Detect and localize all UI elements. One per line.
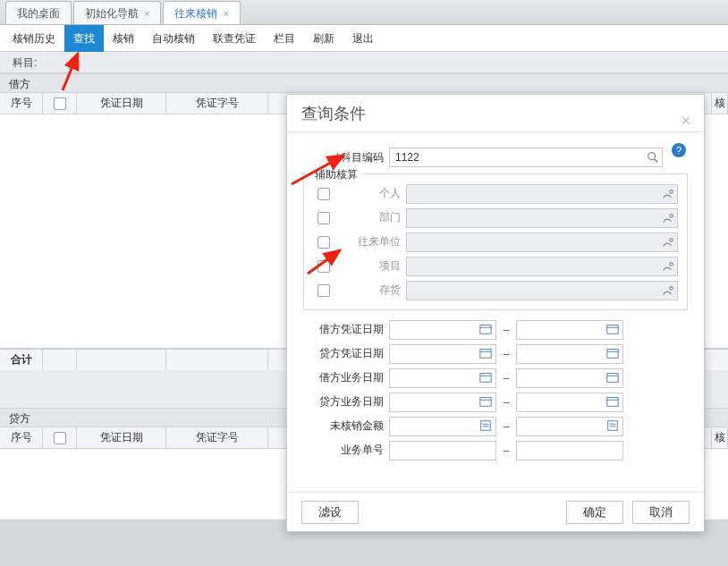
- close-icon[interactable]: ×: [144, 2, 149, 25]
- toolbar-history-button[interactable]: 核销历史: [4, 25, 64, 52]
- col-checkbox[interactable]: [43, 427, 77, 448]
- range-separator: –: [496, 372, 516, 384]
- tab-reconcile[interactable]: 往来核销 ×: [163, 1, 240, 24]
- date-from-input[interactable]: [389, 393, 496, 412]
- col-date: 凭证日期: [77, 427, 166, 448]
- amount-to-input[interactable]: [516, 417, 623, 436]
- calendar-icon[interactable]: [606, 371, 621, 385]
- aux-row-dept: 部门: [313, 206, 678, 230]
- range-separator: –: [496, 444, 516, 457]
- calendar-icon[interactable]: [479, 323, 494, 337]
- toolbar-exit-button[interactable]: 退出: [343, 25, 383, 52]
- subject-label: 科目:: [0, 52, 728, 73]
- ok-button[interactable]: 确定: [566, 501, 623, 524]
- range-separator: –: [496, 324, 516, 336]
- calendar-icon[interactable]: [479, 347, 494, 361]
- svg-rect-23: [481, 420, 491, 430]
- calc-icon[interactable]: [479, 419, 494, 434]
- toolbar-column-button[interactable]: 栏目: [265, 25, 304, 52]
- range-separator: –: [496, 348, 516, 360]
- svg-point-5: [670, 262, 673, 266]
- range-unverified-amt: 未核销金额 –: [303, 414, 688, 438]
- aux-input-dept[interactable]: [406, 208, 678, 228]
- toolbar-search-button[interactable]: 查找: [64, 25, 104, 52]
- svg-point-6: [670, 286, 673, 290]
- filter-button[interactable]: 滤设: [301, 501, 359, 524]
- calendar-icon[interactable]: [479, 371, 494, 385]
- date-to-input[interactable]: [516, 368, 623, 388]
- toolbar-voucher-button[interactable]: 联查凭证: [204, 25, 265, 52]
- bizno-to-input[interactable]: [516, 441, 623, 460]
- tab-init-nav[interactable]: 初始化导航 ×: [73, 1, 161, 24]
- calendar-icon[interactable]: [479, 395, 494, 410]
- bizno-from-input[interactable]: [389, 441, 496, 460]
- toolbar: 核销历史 查找 核销 自动核销 联查凭证 栏目 刷新 退出: [0, 25, 728, 52]
- lookup-icon[interactable]: [662, 188, 674, 203]
- col-seq: 序号: [0, 93, 43, 114]
- calendar-icon[interactable]: [606, 347, 621, 361]
- aux-row-project: 项目: [313, 254, 678, 278]
- checkbox-icon[interactable]: [317, 236, 330, 249]
- calendar-icon[interactable]: [606, 395, 621, 410]
- range-label: 贷方凭证日期: [303, 346, 389, 361]
- aux-input-project[interactable]: [406, 257, 678, 276]
- lookup-icon[interactable]: [662, 284, 674, 300]
- checkbox-icon[interactable]: [317, 188, 330, 200]
- range-biz-no: 业务单号 –: [303, 438, 688, 462]
- toolbar-auto-button[interactable]: 自动核销: [143, 25, 204, 52]
- col-next: 核: [712, 427, 728, 448]
- dialog-title: 查询条件: [301, 105, 366, 122]
- query-dialog: 查询条件 × ? *科目编码 辅助核算: [286, 94, 705, 532]
- search-icon[interactable]: [647, 151, 659, 164]
- svg-line-1: [655, 159, 658, 163]
- range-debit-date: 借方凭证日期 –: [303, 317, 688, 342]
- svg-rect-21: [607, 397, 618, 406]
- checkbox-icon[interactable]: [317, 284, 330, 297]
- subject-code-input[interactable]: [389, 148, 663, 167]
- aux-input-inventory[interactable]: [406, 281, 678, 300]
- checkbox-icon[interactable]: [317, 260, 330, 273]
- svg-rect-26: [608, 420, 618, 430]
- close-icon[interactable]: ×: [677, 102, 695, 120]
- aux-label-inventory: 存货: [334, 283, 406, 298]
- subject-code-field[interactable]: [394, 148, 644, 166]
- checkbox-icon[interactable]: [54, 432, 66, 444]
- date-from-input[interactable]: [389, 344, 496, 364]
- aux-row-person: 个人: [313, 182, 678, 206]
- lookup-icon[interactable]: [662, 236, 674, 251]
- aux-input-person[interactable]: [406, 184, 678, 204]
- close-icon[interactable]: ×: [223, 2, 228, 25]
- lookup-icon[interactable]: [662, 260, 674, 275]
- tab-label: 往来核销: [174, 2, 217, 25]
- help-icon[interactable]: ?: [672, 143, 686, 157]
- col-date: 凭证日期: [77, 93, 166, 114]
- calc-icon[interactable]: [606, 419, 621, 434]
- aux-input-partner[interactable]: [406, 232, 678, 252]
- svg-point-3: [670, 214, 673, 217]
- svg-rect-19: [480, 397, 491, 406]
- checkbox-icon[interactable]: [54, 97, 66, 110]
- calendar-icon[interactable]: [606, 323, 621, 337]
- aux-label-partner: 往来单位: [334, 234, 406, 249]
- amount-from-input[interactable]: [389, 417, 496, 436]
- tab-desktop[interactable]: 我的桌面: [5, 1, 72, 24]
- date-to-input[interactable]: [516, 393, 623, 412]
- range-separator: –: [496, 420, 516, 433]
- date-to-input[interactable]: [516, 320, 623, 340]
- range-debit-biz: 借方业务日期 –: [303, 366, 688, 390]
- lookup-icon[interactable]: [662, 212, 674, 227]
- checkbox-icon[interactable]: [317, 212, 330, 224]
- dialog-footer: 滤设 确定 取消: [287, 492, 704, 531]
- date-from-input[interactable]: [389, 368, 496, 388]
- date-to-input[interactable]: [516, 344, 623, 364]
- col-seq: 序号: [0, 427, 43, 448]
- date-from-input[interactable]: [389, 320, 496, 340]
- svg-rect-13: [607, 349, 618, 358]
- range-separator: –: [496, 396, 516, 409]
- range-label: 借方凭证日期: [303, 322, 389, 337]
- toolbar-refresh-button[interactable]: 刷新: [304, 25, 343, 52]
- cancel-button[interactable]: 取消: [632, 501, 690, 524]
- toolbar-verify-button[interactable]: 核销: [104, 25, 143, 52]
- col-checkbox[interactable]: [43, 93, 77, 114]
- svg-point-2: [670, 190, 673, 193]
